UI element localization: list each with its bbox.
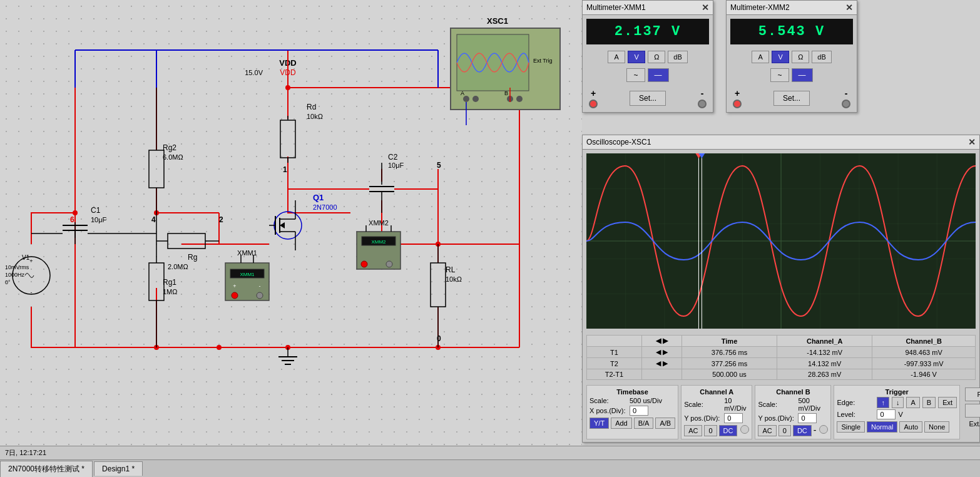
chb-zero-btn[interactable]: 0 xyxy=(778,425,791,436)
trigger-edge-rise[interactable]: ↑ xyxy=(877,397,889,408)
timebase-ab-btn[interactable]: A/B xyxy=(655,418,675,429)
xmm1-plus-terminal: + xyxy=(589,88,598,108)
t1-left-arrow[interactable]: ◀ xyxy=(656,337,661,344)
xmm1-btn-db[interactable]: dB xyxy=(668,51,687,63)
xmm2-titlebar: Multimeter-XMM2 ✕ xyxy=(727,1,857,15)
cha-coupling-buttons: AC 0 DC xyxy=(684,425,749,436)
chb-ac-btn[interactable]: AC xyxy=(758,425,776,436)
svg-text:+: + xyxy=(233,283,236,289)
cha-ypos-input[interactable] xyxy=(724,413,743,423)
svg-text:Q1: Q1 xyxy=(313,193,324,202)
t1-nav-right[interactable]: ▶ xyxy=(663,348,668,356)
xmm2-set-button[interactable]: Set... xyxy=(773,91,810,106)
svg-text:-: - xyxy=(31,289,33,295)
t2t1-cha: 28.263 mV xyxy=(777,369,872,380)
xmm2-bottom: + Set... - xyxy=(727,85,857,112)
xmm1-titlebar: Multimeter-XMM1 ✕ xyxy=(583,1,713,15)
xmm1-display: 2.137 V xyxy=(586,19,709,44)
xmm2-close-button[interactable]: ✕ xyxy=(845,3,853,13)
channel-b-section: Channel B Scale: 500 mV/Div Y pos.(Div):… xyxy=(755,385,831,439)
svg-text:6.0MΩ: 6.0MΩ xyxy=(163,153,183,161)
timebase-add-btn[interactable]: Add xyxy=(611,418,632,429)
osc-data-table: ◀ ▶ Time Channel_A Channel_B T1 ◀ ▶ 376.… xyxy=(586,335,976,380)
trigger-single-btn[interactable]: Single xyxy=(837,421,865,433)
xmm2-btn-ohm[interactable]: Ω xyxy=(792,51,809,63)
t2-chb: -997.933 mV xyxy=(872,358,976,369)
cha-zero-btn[interactable]: 0 xyxy=(704,425,717,436)
svg-text:10kΩ: 10kΩ xyxy=(446,275,462,283)
xmm2-btn-v[interactable]: V xyxy=(772,51,789,63)
xmm2-mode-dc[interactable]: — xyxy=(792,68,813,82)
xmm1-btn-a[interactable]: A xyxy=(608,51,625,63)
trigger-normal-btn[interactable]: Normal xyxy=(867,421,897,433)
t1-nav-left[interactable]: ◀ xyxy=(656,348,661,356)
trigger-edge-fall[interactable]: ↓ xyxy=(892,397,904,408)
xmm1-mode-dc[interactable]: — xyxy=(648,68,669,82)
timebase-scale-row: Scale: 500 us/Div xyxy=(590,397,675,404)
trigger-level-input[interactable] xyxy=(877,409,896,419)
svg-rect-24 xyxy=(168,233,205,249)
svg-text:Rg: Rg xyxy=(188,253,197,262)
xmm1-measure-buttons: A V Ω dB xyxy=(583,48,713,66)
col-header-time: Time xyxy=(681,336,777,347)
timebase-xpos-input[interactable] xyxy=(630,406,648,416)
svg-text:0: 0 xyxy=(437,334,441,343)
xmm1-plus-label: + xyxy=(591,88,596,98)
xmm2-title: Multimeter-XMM2 xyxy=(730,3,790,12)
chb-scale-row: Scale: 500 mV/Div xyxy=(758,397,828,412)
xmm2-mode-ac[interactable]: ~ xyxy=(770,68,789,82)
reverse-save-col: Reverse Save Ext. trigger xyxy=(962,385,980,439)
t2-nav-left[interactable]: ◀ xyxy=(656,359,661,367)
tab-design1[interactable]: Design1 * xyxy=(94,461,143,476)
xmm1-mode-ac[interactable]: ~ xyxy=(626,68,645,82)
cha-dc-btn[interactable]: DC xyxy=(719,425,738,436)
svg-text:1MΩ: 1MΩ xyxy=(163,288,178,295)
trigger-src-b[interactable]: B xyxy=(922,397,936,408)
trigger-src-ext[interactable]: Ext xyxy=(938,397,957,408)
circuit-canvas[interactable]: VDD VDD 15.0V Rd 10kΩ Rg2 6.0MΩ Rg 2.0MΩ… xyxy=(0,0,582,477)
xmm1-btn-v[interactable]: V xyxy=(628,51,645,63)
reverse-button[interactable]: Reverse xyxy=(965,387,980,401)
trigger-auto-btn[interactable]: Auto xyxy=(899,421,922,433)
xmm1-bottom: + Set... - xyxy=(583,85,713,112)
timebase-yt-btn[interactable]: Y/T xyxy=(590,418,609,429)
svg-text:XSC1: XSC1 xyxy=(487,16,508,26)
save-button[interactable]: Save xyxy=(965,404,980,418)
xmm1-minus-terminal: - xyxy=(698,88,707,108)
chb-label: Channel B xyxy=(758,388,828,396)
chb-dc-btn[interactable]: DC xyxy=(793,425,812,436)
svg-text:5: 5 xyxy=(437,161,441,170)
trigger-edge-row: Edge: ↑ ↓ A B Ext xyxy=(837,397,957,408)
cha-ypos-row: Y pos.(Div): xyxy=(684,413,749,423)
trigger-src-a[interactable]: A xyxy=(906,397,919,408)
osc-bottom-controls: Timebase Scale: 500 us/Div X pos.(Div): … xyxy=(583,382,979,442)
t2-label: T2 xyxy=(587,358,642,369)
t1-right-arrow[interactable]: ▶ xyxy=(663,337,668,344)
osc-controls: ◀ ▶ Time Channel_A Channel_B T1 ◀ ▶ 376.… xyxy=(583,332,979,382)
svg-text:1: 1 xyxy=(283,165,287,174)
trigger-none-btn[interactable]: None xyxy=(924,421,949,433)
timebase-ba-btn[interactable]: B/A xyxy=(634,418,654,429)
chb-scale-label: Scale: xyxy=(758,401,795,408)
xmm1-btn-ohm[interactable]: Ω xyxy=(648,51,665,63)
svg-text:Rg1: Rg1 xyxy=(163,278,176,287)
svg-text:1000Hz: 1000Hz xyxy=(5,272,25,278)
t1-chb: 948.463 mV xyxy=(872,347,976,358)
cha-scale-label: Scale: xyxy=(684,401,722,408)
cha-ac-btn[interactable]: AC xyxy=(684,425,702,436)
timebase-xpos-row: X pos.(Div): xyxy=(590,406,675,416)
xmm1-set-button[interactable]: Set... xyxy=(630,91,666,106)
chb-coupling-buttons: AC 0 DC - xyxy=(758,425,828,436)
xmm1-close-button[interactable]: ✕ xyxy=(702,3,709,13)
xmm2-minus-terminal: - xyxy=(842,88,850,108)
xmm2-btn-a[interactable]: A xyxy=(752,51,769,63)
tab-2n7000[interactable]: 2N7000转移特性测试 * xyxy=(0,461,93,477)
chb-ypos-input[interactable] xyxy=(798,413,817,423)
t2-nav-right[interactable]: ▶ xyxy=(663,359,668,367)
osc-close-button[interactable]: ✕ xyxy=(968,137,976,147)
cha-scale-row: Scale: 10 mV/Div xyxy=(684,397,749,412)
xmm2-btn-db[interactable]: dB xyxy=(812,51,831,63)
cha-scale-value: 10 mV/Div xyxy=(724,397,749,412)
svg-text:2.0MΩ: 2.0MΩ xyxy=(168,263,188,270)
svg-text:-: - xyxy=(259,283,261,289)
